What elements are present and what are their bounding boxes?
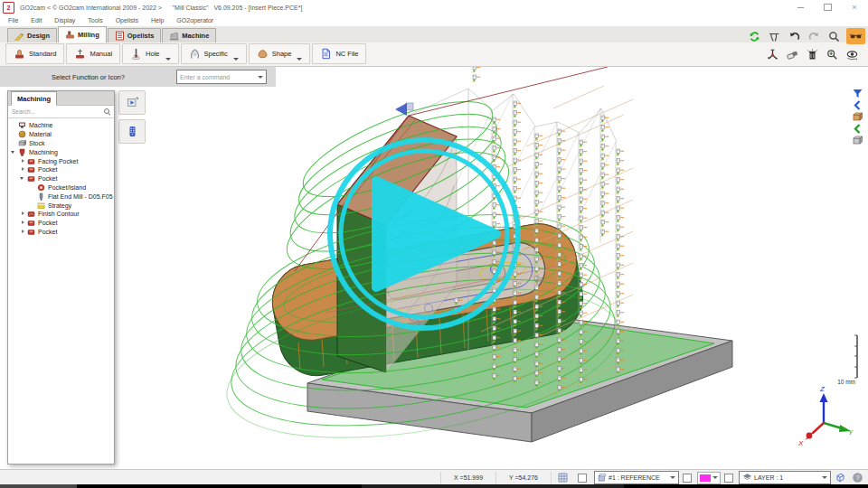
t-op-contour-icon bbox=[27, 210, 35, 218]
tab-design[interactable]: Design bbox=[7, 28, 57, 42]
tree-spacer bbox=[29, 192, 37, 201]
refresh-button[interactable] bbox=[747, 29, 762, 44]
machine-tool-button[interactable] bbox=[765, 47, 780, 62]
menu-item-help[interactable]: Help bbox=[145, 17, 170, 23]
command-input[interactable]: Enter a command bbox=[176, 70, 267, 84]
btn-shape-icon bbox=[257, 48, 269, 60]
specific-button[interactable]: Specific bbox=[181, 43, 247, 64]
menu-item-opelists[interactable]: Opelists bbox=[109, 17, 145, 23]
tree-expand-icon[interactable] bbox=[19, 228, 27, 236]
tree-item-label: Facing Pocket bbox=[38, 158, 78, 164]
tree-item-material[interactable]: Material bbox=[8, 130, 114, 139]
glasses-button[interactable] bbox=[846, 28, 865, 44]
tree-item-finish-contour[interactable]: Finish Contour bbox=[8, 210, 114, 219]
color-checkbox[interactable] bbox=[683, 474, 692, 483]
zoom-fit-button[interactable] bbox=[825, 47, 840, 62]
menu-item-display[interactable]: Display bbox=[48, 17, 81, 23]
tree-spacer bbox=[10, 139, 18, 147]
machining-tree: MachineMaterialStockMachiningFacing Pock… bbox=[8, 118, 114, 236]
undo-button[interactable] bbox=[787, 29, 802, 44]
maximize-button[interactable] bbox=[814, 0, 841, 14]
stock-solid-button[interactable] bbox=[851, 135, 864, 145]
nc-file-button[interactable]: NC File bbox=[312, 43, 366, 64]
view-cube-button[interactable] bbox=[835, 472, 846, 483]
reference-checkbox[interactable] bbox=[578, 474, 587, 483]
tree-item-machining[interactable]: Machining bbox=[8, 147, 114, 156]
tree-expand-icon[interactable] bbox=[19, 157, 27, 165]
eye-rotate-button[interactable] bbox=[844, 47, 860, 62]
tree-expand-icon[interactable] bbox=[19, 219, 27, 227]
standard-button[interactable]: Standard bbox=[5, 43, 64, 64]
tree-item-pocket[interactable]: Pocket bbox=[8, 219, 114, 228]
tree-expand-icon[interactable] bbox=[19, 210, 27, 218]
shape-button[interactable]: Shape bbox=[249, 43, 311, 64]
t-op-pocket-icon bbox=[27, 157, 35, 165]
menu-item-go2operator[interactable]: GO2operator bbox=[170, 17, 220, 23]
previous-blue-button[interactable] bbox=[851, 99, 864, 110]
scale-bar: 10 mm bbox=[837, 335, 857, 385]
svg-text:10 mm: 10 mm bbox=[837, 379, 855, 385]
t-machining-icon bbox=[18, 148, 26, 156]
tree-item-stock[interactable]: Stock bbox=[8, 139, 114, 148]
t-material-icon bbox=[18, 130, 26, 138]
minimize-button[interactable] bbox=[787, 0, 814, 14]
tree-expand-icon[interactable] bbox=[19, 165, 27, 174]
tree-expand-icon[interactable] bbox=[10, 148, 18, 156]
video-progress-bar[interactable] bbox=[0, 484, 868, 488]
tab-opelists[interactable]: Opelists bbox=[108, 28, 162, 42]
tree-item-machine[interactable]: Machine bbox=[8, 121, 114, 130]
tree-spacer bbox=[29, 183, 37, 192]
axis-triad: Z Y X bbox=[797, 385, 854, 447]
color-picker-button[interactable] bbox=[697, 472, 721, 484]
coordinate-x: X =51.999 bbox=[440, 472, 495, 483]
tree-item-strategy[interactable]: Strategy bbox=[8, 201, 114, 210]
tree-item-pocket[interactable]: Pocket bbox=[8, 228, 114, 237]
tree-item-flat-end-mill-d05-f05[interactable]: Flat End Mill - D05.F05 bbox=[8, 192, 114, 201]
btn-manual-icon bbox=[74, 48, 86, 60]
search-icon bbox=[104, 108, 110, 115]
caliper-icon bbox=[769, 31, 780, 42]
reference-select[interactable]: #1 : REFERENCE bbox=[594, 471, 679, 484]
manual-button[interactable]: Manual bbox=[66, 43, 120, 64]
redo-button[interactable] bbox=[807, 29, 822, 44]
t-op-pocket-icon bbox=[27, 165, 35, 174]
eraser-button[interactable] bbox=[785, 47, 800, 62]
tab-machine[interactable]: Machine bbox=[162, 28, 216, 42]
command-bar: Select Function or Icon? Enter a command bbox=[0, 67, 276, 87]
part-solid-button[interactable] bbox=[851, 111, 864, 122]
tree-spacer bbox=[10, 121, 18, 129]
t-machine-icon bbox=[18, 121, 26, 129]
refresh-icon bbox=[749, 31, 760, 42]
grid-toggle-button[interactable] bbox=[551, 472, 574, 483]
zoom-fit-icon bbox=[826, 49, 838, 61]
clean-delete-button[interactable] bbox=[805, 47, 820, 62]
simulation-button[interactable] bbox=[118, 90, 146, 115]
tree-item-pocket-island[interactable]: Pocket/Island bbox=[8, 183, 114, 192]
caliper-button[interactable] bbox=[767, 29, 782, 44]
tree-expand-icon[interactable] bbox=[19, 174, 27, 183]
t-op-pocket-icon bbox=[27, 174, 35, 183]
menu-item-edit[interactable]: Edit bbox=[24, 17, 48, 23]
command-prompt-label: Select Function or Icon? bbox=[0, 73, 176, 81]
menu-item-file[interactable]: File bbox=[2, 17, 24, 23]
layer-checkbox[interactable] bbox=[724, 474, 733, 483]
tree-item-label: Flat End Mill - D05.F05 bbox=[48, 193, 113, 200]
menu-item-tools[interactable]: Tools bbox=[81, 17, 108, 23]
tree-item-pocket[interactable]: Pocket bbox=[8, 165, 114, 174]
tab-machining[interactable]: Machining bbox=[11, 91, 57, 106]
zoom-button[interactable] bbox=[826, 29, 842, 44]
close-button[interactable]: × bbox=[841, 0, 868, 14]
previous-green-button[interactable] bbox=[851, 123, 864, 134]
search-input[interactable]: Search... bbox=[8, 106, 114, 118]
filter-button[interactable] bbox=[851, 88, 864, 99]
layer-select[interactable]: LAYER : 1 bbox=[739, 471, 831, 484]
stock-solid-icon bbox=[852, 135, 863, 146]
help-button[interactable]: ? bbox=[852, 472, 863, 483]
tab-milling[interactable]: Milling bbox=[58, 26, 107, 42]
remote-control-button[interactable] bbox=[118, 119, 146, 144]
tree-item-facing-pocket[interactable]: Facing Pocket bbox=[8, 156, 114, 165]
ribbon-toolbar: StandardManualHoleSpecificShapeNC File bbox=[0, 42, 868, 65]
tree-item-pocket[interactable]: Pocket bbox=[8, 174, 114, 183]
svg-text:?: ? bbox=[855, 474, 859, 482]
hole-button[interactable]: Hole bbox=[122, 43, 178, 64]
